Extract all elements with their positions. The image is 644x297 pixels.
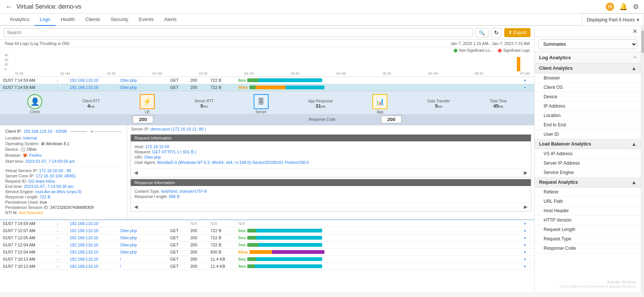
rp-item-end-to-end[interactable]: End to End bbox=[535, 120, 641, 130]
bell-icon[interactable]: 🔔 bbox=[619, 3, 628, 11]
log-row[interactable]: 01/07 7:12:05 AM - 192.168.110.10 /2tier… bbox=[0, 234, 534, 242]
lb-analytics-header[interactable]: Load Balancer Analytics ▲ bbox=[535, 139, 641, 149]
rp-item-http-version[interactable]: HTTP Version bbox=[535, 216, 641, 225]
rp-item-response-code[interactable]: Response Code bbox=[535, 244, 641, 253]
expand-icon[interactable]: + bbox=[524, 228, 531, 233]
export-button[interactable]: ⬆ Export bbox=[504, 28, 530, 37]
legend-non-sig: Non-Significant Lo... bbox=[459, 48, 493, 52]
svg-rect-0 bbox=[517, 57, 520, 71]
collapse-icon[interactable]: − bbox=[524, 85, 531, 90]
rp-item-browser[interactable]: Browser bbox=[535, 74, 641, 83]
lb-analytics-section: Load Balancer Analytics ▲ VS IP Address … bbox=[535, 139, 641, 177]
expand-icon[interactable]: + bbox=[524, 257, 531, 261]
rp-item-url-path[interactable]: URL Path bbox=[535, 197, 641, 206]
page-title: Virtual Service: demo-vs bbox=[16, 3, 81, 10]
gear-icon[interactable]: ⚙ bbox=[633, 3, 639, 11]
expand-icon[interactable]: + bbox=[524, 78, 531, 82]
tab-events[interactable]: Events bbox=[134, 14, 159, 26]
back-button[interactable]: ← bbox=[5, 2, 13, 11]
chevron-down-icon: ▾ bbox=[637, 17, 639, 22]
total-logs-label: Total 44 Logs (Log Throttling is ON) bbox=[4, 41, 69, 46]
expand-icon[interactable]: + bbox=[524, 243, 531, 247]
log-row[interactable]: 01/07 7:10:12 AM - 192.168.110.10 / GET … bbox=[0, 263, 534, 270]
client-analytics-section: Client Analytics ▲ Browser Client OS Dev… bbox=[535, 63, 641, 139]
time-range-label: Jan 7, 2023 1:15 AM - Jan 7, 2023 7:15 A… bbox=[450, 41, 530, 46]
expand-client-icon: ▲ bbox=[631, 65, 637, 71]
refresh-button[interactable]: ↻ bbox=[491, 28, 502, 38]
rp-item-request-length[interactable]: Request Length bbox=[535, 225, 641, 234]
search-input[interactable] bbox=[4, 28, 473, 37]
rp-item-referer[interactable]: Referer bbox=[535, 188, 641, 197]
rp-item-location[interactable]: Location bbox=[535, 111, 641, 120]
request-analytics-header[interactable]: Request Analytics ▲ bbox=[535, 177, 641, 188]
right-panel: ✕ Summaries Log Analytics − Client Analy… bbox=[534, 26, 641, 292]
rp-item-host-header[interactable]: Host Header bbox=[535, 206, 641, 216]
expand-icon[interactable]: + bbox=[524, 264, 531, 268]
tab-security[interactable]: Security bbox=[106, 14, 134, 26]
tab-analytics[interactable]: Analytics bbox=[4, 14, 34, 26]
request-analytics-section: Request Analytics ▲ Referer URL Path Hos… bbox=[535, 177, 641, 253]
rp-item-service-engine[interactable]: Service Engine bbox=[535, 168, 641, 177]
log-row[interactable]: 01/07 7:10:13 AM - 192.168.110.10 / GET … bbox=[0, 256, 534, 263]
rp-item-server-ip[interactable]: Server IP Address bbox=[535, 159, 641, 168]
log-analytics-title: Log Analytics bbox=[539, 55, 571, 60]
log-row[interactable]: 01/07 7:12:04 AM - 192.168.110.10 /2tier… bbox=[0, 249, 534, 256]
expand-icon[interactable]: + bbox=[524, 221, 531, 226]
tab-logs[interactable]: Logs bbox=[34, 14, 55, 26]
log-row[interactable]: 01/07 7:14:59 AM - 192.168.110.10 /2tier… bbox=[0, 77, 534, 84]
collapse-log-analytics-icon[interactable]: − bbox=[633, 54, 637, 61]
displaying-dropdown[interactable]: Displaying Past 6 Hours ▾ bbox=[582, 14, 644, 26]
rp-item-vs-ip[interactable]: VS IP Address bbox=[535, 149, 641, 159]
analytics-type-dropdown[interactable]: Summaries bbox=[538, 39, 637, 49]
rp-item-request-type[interactable]: Request Type bbox=[535, 234, 641, 244]
expand-lb-icon: ▲ bbox=[631, 141, 637, 147]
client-analytics-header[interactable]: Client Analytics ▲ bbox=[535, 63, 641, 74]
tab-alerts[interactable]: Alerts bbox=[159, 14, 182, 26]
rp-item-client-os[interactable]: Client OS bbox=[535, 83, 641, 92]
log-row[interactable]: 01/07 7:14:59 AM - 192.168.110.10 N/A N/… bbox=[0, 220, 534, 227]
rp-item-ip-address[interactable]: IP Address bbox=[535, 102, 641, 111]
log-row-selected[interactable]: 01/07 7:14:59 AM - 192.168.110.10 /2tier… bbox=[0, 84, 534, 91]
tab-health[interactable]: Health bbox=[55, 14, 80, 26]
expanded-detail: 👤 Client Client RTT 4ms ⚡ LB bbox=[0, 91, 534, 220]
log-row[interactable]: 01/07 7:12:04 AM - 192.168.110.10 /2tier… bbox=[0, 242, 534, 249]
notification-badge[interactable]: 75 bbox=[606, 3, 614, 11]
close-panel-button[interactable]: ✕ bbox=[632, 28, 637, 35]
expand-request-icon: ▲ bbox=[631, 179, 637, 185]
rp-item-user-id[interactable]: User ID bbox=[535, 130, 641, 139]
log-row[interactable]: 01/07 7:12:07 AM - 192.168.110.10 /2tier… bbox=[0, 227, 534, 234]
tab-clients[interactable]: Clients bbox=[80, 14, 106, 26]
expand-icon[interactable]: + bbox=[524, 236, 531, 240]
search-icon-button[interactable]: 🔍 bbox=[475, 28, 489, 38]
expand-icon[interactable]: + bbox=[524, 250, 531, 254]
legend-sig: Significant Logs bbox=[503, 48, 530, 52]
rp-item-device[interactable]: Device bbox=[535, 92, 641, 102]
